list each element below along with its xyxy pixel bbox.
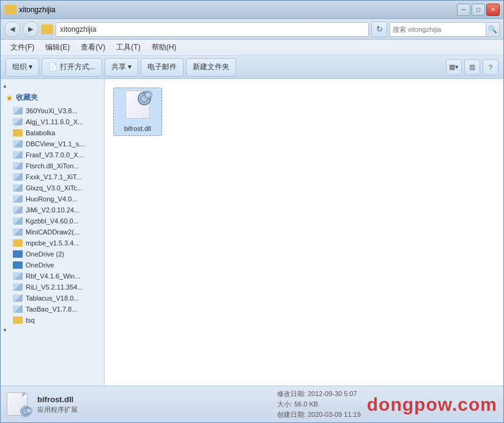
status-modified: 修改日期: 2012-09-30 5:07 (277, 389, 357, 399)
search-button[interactable]: 🔍 (486, 23, 499, 36)
menu-help[interactable]: 帮助(H) (147, 41, 182, 54)
sidebar-item-icon-14 (13, 261, 23, 269)
open-with-button[interactable]: 📄 打开方式... (42, 58, 102, 77)
status-gear-small-icon (25, 407, 32, 414)
status-filename: bifrost.dll (37, 395, 271, 404)
gear-small-icon (144, 91, 152, 99)
dll-file-icon (123, 91, 152, 122)
sidebar-item-7[interactable]: Glxzq_V3.0_XiTc... (1, 182, 104, 193)
sidebar-item-icon-5 (13, 162, 23, 170)
minimize-button[interactable]: ─ (457, 4, 470, 16)
sidebar-item-13[interactable]: OneDrive (2) (1, 249, 104, 260)
title-bar-controls: ─ □ ✕ (457, 4, 500, 16)
title-bar-left: xitongzhijia (4, 5, 55, 15)
sidebar-item-icon-6 (13, 173, 23, 181)
file-label-bifrost: bifrost.dll (124, 125, 151, 133)
new-folder-button[interactable]: 新建文件夹 (186, 58, 236, 77)
sidebar-item-icon-1 (13, 118, 23, 125)
email-button[interactable]: 电子邮件 (141, 58, 183, 77)
sidebar-item-icon-13 (13, 250, 23, 258)
view-toggle-button[interactable]: ▦▾ (446, 59, 462, 75)
sidebar-item-1[interactable]: Algj_V1.11.6.0_X... (1, 116, 104, 127)
sidebar-item-icon-16 (13, 283, 23, 291)
file-icon-container: bifrost.dll (111, 85, 497, 138)
sidebar-item-4[interactable]: Frasf_V3.7.0.0_X... (1, 149, 104, 160)
sidebar-item-15[interactable]: Rbf_V4.1.6_Win... (1, 271, 104, 282)
search-input[interactable] (390, 26, 486, 33)
sidebar-item-10[interactable]: Kgzbbl_V4.60.0... (1, 215, 104, 226)
preview-pane-button[interactable]: ▥ (464, 59, 480, 75)
watermark-text: dongpow.com (367, 394, 497, 415)
address-folder-icon (41, 24, 53, 34)
sidebar-item-icon-17 (13, 294, 23, 302)
status-details: 修改日期: 2012-09-30 5:07 大小: 56.0 KB 创建日期: … (277, 389, 361, 419)
sidebar-item-11[interactable]: MiniCADDraw2(... (1, 226, 104, 238)
sidebar-item-18[interactable]: TaoBao_V1.7.8... (1, 304, 104, 315)
menu-view[interactable]: 查看(V) (76, 41, 110, 54)
refresh-button[interactable]: ↻ (371, 21, 387, 37)
status-size: 大小: 56.0 KB (277, 400, 318, 409)
back-button[interactable]: ◀ (4, 21, 20, 37)
sidebar-item-icon-11 (13, 228, 23, 236)
sidebar-item-icon-7 (13, 184, 23, 192)
sidebar-item-17[interactable]: Tablacus_V18.0... (1, 293, 104, 304)
sidebar: ▲ ★ 收藏夹 360YouXi_V3.8... Algj_V1.11.6.0_… (1, 79, 105, 386)
toolbar: 组织 ▾ 📄 打开方式... 共享 ▾ 电子邮件 新建文件夹 ▦▾ ▥ ? (1, 56, 503, 79)
sidebar-item-icon-2 (13, 129, 23, 137)
sidebar-item-icon-10 (13, 217, 23, 225)
share-button[interactable]: 共享 ▾ (105, 58, 138, 77)
menu-file[interactable]: 文件(F) (6, 41, 39, 54)
favorites-label: 收藏夹 (16, 92, 38, 103)
sidebar-item-12[interactable]: mpcbe_v1.5.3.4... (1, 238, 104, 249)
sidebar-item-8[interactable]: HuoRong_V4.0... (1, 193, 104, 204)
sidebar-item-14[interactable]: OneDrive (1, 260, 104, 271)
status-file-icon (7, 392, 31, 417)
sidebar-item-icon-12 (13, 239, 23, 247)
sidebar-item-6[interactable]: Fxxk_V1.7.1_XiT... (1, 171, 104, 182)
sidebar-item-0[interactable]: 360YouXi_V3.8... (1, 105, 104, 116)
menu-bar: 文件(F) 编辑(E) 查看(V) 工具(T) 帮助(H) (1, 40, 503, 56)
status-info: bifrost.dll 应用程序扩展 (37, 395, 271, 414)
file-area: bifrost.dll (105, 79, 503, 386)
restore-button[interactable]: □ (472, 4, 485, 16)
sidebar-item-icon-0 (13, 107, 23, 114)
sidebar-item-3[interactable]: DBCView_V1.1_s... (1, 138, 104, 149)
sidebar-item-2[interactable]: Balabolka (1, 127, 104, 138)
sidebar-item-icon-15 (13, 272, 23, 280)
forward-button[interactable]: ▶ (23, 21, 39, 37)
sidebar-item-16[interactable]: RiLi_V5.2.11.354... (1, 282, 104, 293)
sidebar-item-9[interactable]: JiMi_V2.0.10.24... (1, 204, 104, 215)
file-item-bifrost[interactable]: bifrost.dll (113, 88, 162, 136)
close-button[interactable]: ✕ (486, 4, 500, 16)
status-created: 创建日期: 2020-03-09 11:19 (277, 410, 361, 419)
sidebar-item-icon-18 (13, 305, 23, 313)
window-folder-icon (4, 5, 17, 15)
window-title: xitongzhijia (19, 6, 55, 14)
toolbar-right: ▦▾ ▥ ? (446, 59, 498, 75)
title-bar: xitongzhijia ─ □ ✕ (1, 1, 503, 19)
sidebar-item-icon-19 (13, 316, 23, 324)
sidebar-item-icon-8 (13, 195, 23, 203)
menu-edit[interactable]: 编辑(E) (40, 41, 75, 54)
content-area: ▲ ★ 收藏夹 360YouXi_V3.8... Algj_V1.11.6.0_… (1, 79, 503, 386)
address-bar: ◀ ▶ xitongzhijia ↻ 🔍 (1, 19, 503, 40)
sidebar-scroll-down[interactable]: ▼ (1, 326, 9, 334)
address-field[interactable]: xitongzhijia (56, 22, 369, 37)
status-filetype: 应用程序扩展 (37, 405, 271, 414)
sidebar-item-icon-3 (13, 140, 23, 148)
sidebar-item-19[interactable]: tsq (1, 315, 104, 326)
search-bar: 🔍 (390, 22, 500, 37)
menu-tools[interactable]: 工具(T) (111, 41, 145, 54)
window: xitongzhijia ─ □ ✕ ◀ ▶ xitongzhijia ↻ 🔍 … (0, 0, 504, 423)
sidebar-item-icon-4 (13, 151, 23, 159)
sidebar-scroll-up[interactable]: ▲ (1, 81, 9, 90)
status-bar: bifrost.dll 应用程序扩展 修改日期: 2012-09-30 5:07… (1, 386, 503, 422)
sidebar-item-5[interactable]: Ftsrch.dll_XiTon... (1, 160, 104, 171)
organize-button[interactable]: 组织 ▾ (6, 58, 39, 77)
sidebar-item-icon-9 (13, 206, 23, 214)
help-button[interactable]: ? (483, 59, 498, 75)
favorites-star-icon: ★ (6, 93, 13, 103)
sidebar-favorites-header[interactable]: ★ 收藏夹 (1, 90, 104, 105)
